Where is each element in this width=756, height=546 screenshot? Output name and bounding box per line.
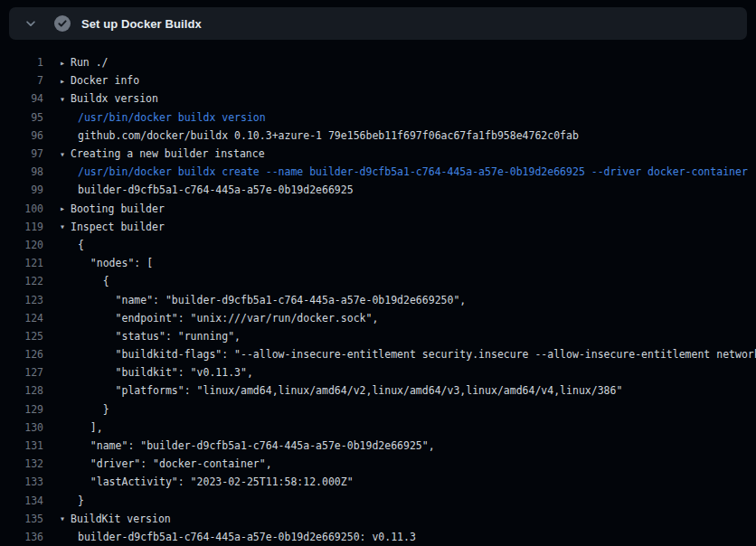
log-output-text: "endpoint": "unix:///var/run/docker.sock… xyxy=(60,312,378,325)
line-number[interactable]: 136 xyxy=(0,531,43,543)
log-line-row: 96 github.com/docker/buildx 0.10.3+azure… xyxy=(0,127,756,145)
log-group-toggle[interactable]: ▾Creating a new builder instance xyxy=(60,147,265,160)
log-line-row: 121 "nodes": [ xyxy=(0,254,756,272)
line-number[interactable]: 7 xyxy=(0,74,43,87)
log-line-row: 129 } xyxy=(0,400,756,419)
line-number[interactable]: 1 xyxy=(0,56,43,69)
line-number[interactable]: 119 xyxy=(0,221,43,233)
line-number[interactable]: 122 xyxy=(0,275,43,287)
line-number[interactable]: 95 xyxy=(0,111,43,124)
log-output-text: "buildkitd-flags": "--allow-insecure-ent… xyxy=(60,348,756,361)
log-output-text: "name": "builder-d9cfb5a1-c764-445a-a57e… xyxy=(60,439,435,452)
log-line-row: 122 { xyxy=(0,272,756,290)
log-line-row: 120 { xyxy=(0,236,756,254)
line-number[interactable]: 133 xyxy=(0,475,43,488)
log-output-text: } xyxy=(60,403,109,416)
triangle-down-icon: ▾ xyxy=(60,94,71,104)
log-line-row: 98 /usr/bin/docker buildx create --name … xyxy=(0,163,756,181)
line-number[interactable]: 135 xyxy=(0,513,43,525)
log-output-text: "buildkit": "v0.11.3", xyxy=(60,366,253,379)
line-number[interactable]: 121 xyxy=(0,257,43,269)
line-number[interactable]: 130 xyxy=(0,421,43,434)
log-group-label: Creating a new builder instance xyxy=(71,147,265,160)
triangle-down-icon: ▾ xyxy=(60,149,71,159)
log-line-row: 123 "name": "builder-d9cfb5a1-c764-445a-… xyxy=(0,290,756,308)
log-command-text: /usr/bin/docker buildx create --name bui… xyxy=(60,165,748,178)
log-line-row: 97 ▾Creating a new builder instance xyxy=(0,145,756,163)
line-number[interactable]: 124 xyxy=(0,312,43,325)
log-command-text: /usr/bin/docker buildx version xyxy=(60,111,266,124)
chevron-down-icon[interactable] xyxy=(24,16,38,31)
log-group-toggle[interactable]: ▾Buildx version xyxy=(60,92,158,105)
log-line-row: 131 "name": "builder-d9cfb5a1-c764-445a-… xyxy=(0,437,756,455)
line-number[interactable]: 96 xyxy=(0,129,43,142)
log-line-row: 126 "buildkitd-flags": "--allow-insecure… xyxy=(0,345,756,363)
log-output-text: github.com/docker/buildx 0.10.3+azure-1 … xyxy=(60,129,579,142)
log-line-row: 119 ▾Inspect builder xyxy=(0,218,756,236)
log-line-row: 99 builder-d9cfb5a1-c764-445a-a57e-0b19d… xyxy=(0,181,756,199)
log-line-row: 134 } xyxy=(0,492,756,510)
line-number[interactable]: 120 xyxy=(0,239,43,251)
log-output-text: "driver": "docker-container", xyxy=(60,457,272,470)
log-line-row: 132 "driver": "docker-container", xyxy=(0,455,756,473)
line-number[interactable]: 131 xyxy=(0,439,43,452)
log-group-label: BuildKit version xyxy=(71,513,171,525)
line-number[interactable]: 129 xyxy=(0,403,43,416)
log-group-label: Docker info xyxy=(71,74,139,87)
log-line-row: 124 "endpoint": "unix:///var/run/docker.… xyxy=(0,309,756,327)
line-number[interactable]: 126 xyxy=(0,348,43,361)
log-group-toggle[interactable]: ▸Run ./ xyxy=(60,56,109,69)
log-output-text: "status": "running", xyxy=(60,330,241,343)
triangle-right-icon: ▸ xyxy=(60,58,71,68)
log-group-toggle[interactable]: ▾BuildKit version xyxy=(60,513,171,525)
line-number[interactable]: 94 xyxy=(0,92,43,105)
log-line-row: 94 ▾Buildx version xyxy=(0,89,756,108)
log-line-row: 135 ▾BuildKit version xyxy=(0,510,756,528)
log-line-row: 95 /usr/bin/docker buildx version xyxy=(0,108,756,127)
triangle-down-icon: ▾ xyxy=(60,221,71,231)
triangle-down-icon: ▾ xyxy=(60,513,71,523)
line-number[interactable]: 123 xyxy=(0,294,43,306)
log-output-text: "name": "builder-d9cfb5a1-c764-445a-a57e… xyxy=(60,294,466,306)
check-circle-icon xyxy=(54,15,71,32)
log-group-toggle[interactable]: ▸Docker info xyxy=(60,74,139,87)
log-output-text: builder-d9cfb5a1-c764-445a-a57e-0b19d2e6… xyxy=(60,531,416,543)
log-line-row: 133 "lastActivity": "2023-02-25T11:58:12… xyxy=(0,473,756,491)
log-output-text: ], xyxy=(60,421,103,434)
log-output-text: "lastActivity": "2023-02-25T11:58:12.000… xyxy=(60,475,354,488)
log-group-label: Buildx version xyxy=(71,92,158,105)
log-line-row: 125 "status": "running", xyxy=(0,327,756,345)
line-number[interactable]: 97 xyxy=(0,147,43,160)
log-output-text: builder-d9cfb5a1-c764-445a-a57e-0b19d2e6… xyxy=(60,184,354,196)
line-number[interactable]: 98 xyxy=(0,165,43,178)
line-number[interactable]: 128 xyxy=(0,384,43,397)
line-number[interactable]: 134 xyxy=(0,494,43,507)
log-group-label: Run ./ xyxy=(71,56,109,69)
line-number[interactable]: 99 xyxy=(0,184,43,196)
triangle-right-icon: ▸ xyxy=(60,203,71,213)
log-lines: 1 ▸Run ./ 7 ▸Docker info 94 ▾Buildx vers… xyxy=(0,53,756,546)
log-output-text: } xyxy=(60,494,84,507)
step-header[interactable]: Set up Docker Buildx xyxy=(9,7,747,40)
log-line-row: 128 "platforms": "linux/amd64,linux/amd6… xyxy=(0,381,756,400)
log-output-text: "nodes": [ xyxy=(60,257,153,269)
line-number[interactable]: 127 xyxy=(0,366,43,379)
line-number[interactable]: 100 xyxy=(0,202,43,215)
log-output-text: { xyxy=(60,239,84,251)
log-group-label: Booting builder xyxy=(71,202,165,215)
triangle-right-icon: ▸ xyxy=(60,76,71,86)
step-title: Set up Docker Buildx xyxy=(81,17,202,31)
log-group-label: Inspect builder xyxy=(71,221,165,233)
log-line-row: 127 "buildkit": "v0.11.3", xyxy=(0,363,756,381)
log-line-row: 7 ▸Docker info xyxy=(0,71,756,89)
line-number[interactable]: 132 xyxy=(0,457,43,470)
log-output-text: { xyxy=(60,275,109,287)
line-number[interactable]: 125 xyxy=(0,330,43,343)
log-output-text: "platforms": "linux/amd64,linux/amd64/v2… xyxy=(60,384,622,397)
log-group-toggle[interactable]: ▸Booting builder xyxy=(60,202,165,215)
log-line-row: 130 ], xyxy=(0,419,756,437)
log-line-row: 136 builder-d9cfb5a1-c764-445a-a57e-0b19… xyxy=(0,528,756,546)
log-line-row: 1 ▸Run ./ xyxy=(0,53,756,71)
log-line-row: 100 ▸Booting builder xyxy=(0,200,756,218)
log-group-toggle[interactable]: ▾Inspect builder xyxy=(60,221,165,233)
